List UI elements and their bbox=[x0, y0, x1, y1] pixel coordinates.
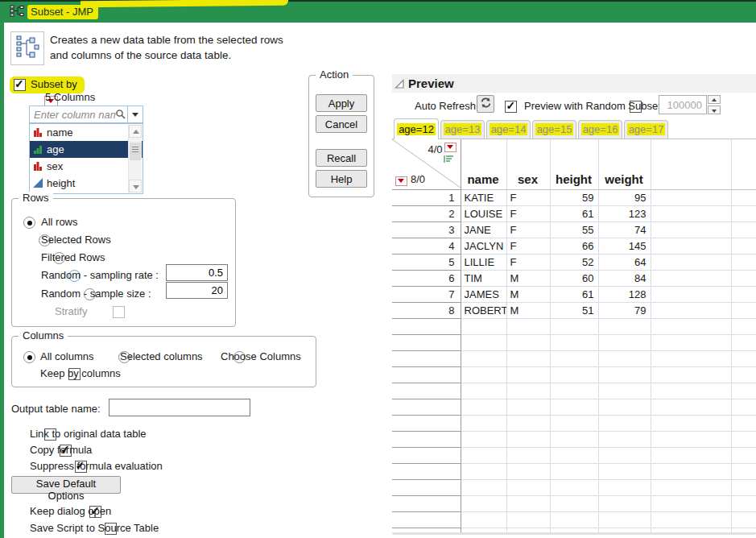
cell-name: JAMES bbox=[461, 287, 506, 303]
cell-height: 51 bbox=[550, 303, 598, 319]
preview-title: Preview bbox=[408, 77, 454, 90]
subset-by-checkbox[interactable] bbox=[14, 79, 26, 91]
table-row-empty bbox=[392, 367, 756, 383]
all-rows-radio[interactable] bbox=[23, 217, 35, 229]
column-item-sex[interactable]: sex bbox=[30, 158, 143, 175]
spinner-up-button[interactable] bbox=[708, 95, 721, 104]
apply-button[interactable]: Apply bbox=[316, 94, 367, 112]
tab-label: age=13 bbox=[444, 123, 482, 135]
stratify-checkbox[interactable] bbox=[113, 306, 125, 318]
refresh-icon bbox=[480, 97, 492, 109]
title-bar[interactable]: Subset - JMP bbox=[0, 0, 756, 23]
ordinal-column-icon bbox=[33, 144, 43, 154]
table-row-empty bbox=[392, 528, 756, 533]
column-header-name[interactable]: name bbox=[461, 139, 506, 190]
table-row-empty bbox=[392, 464, 756, 480]
search-dropdown-button[interactable] bbox=[127, 106, 143, 122]
cancel-button[interactable]: Cancel bbox=[316, 115, 367, 133]
tab-age-13[interactable]: age=13 bbox=[440, 120, 485, 139]
sample-size-input[interactable] bbox=[166, 282, 228, 299]
tab-age-17[interactable]: age=17 bbox=[624, 120, 668, 139]
table-row: 5LILLIEF5264 bbox=[392, 255, 756, 271]
refresh-button[interactable] bbox=[477, 95, 494, 113]
table-row-empty bbox=[392, 496, 756, 512]
row-number[interactable]: 2 bbox=[392, 206, 461, 222]
auto-refresh-checkbox[interactable] bbox=[505, 101, 517, 113]
stratify-label: Stratify bbox=[55, 305, 87, 317]
column-list-scrollbar[interactable] bbox=[128, 125, 142, 192]
column-item-label: name bbox=[47, 126, 73, 139]
table-corner-cell: 4/0 8/0 bbox=[392, 139, 461, 190]
link-to-original-label: Link to original data table bbox=[30, 428, 147, 440]
column-header-empty bbox=[651, 139, 731, 190]
cell-height: 61 bbox=[550, 287, 598, 303]
table-row: 2LOUISEF61123 bbox=[392, 206, 756, 222]
cell-name: JACLYN bbox=[461, 238, 506, 255]
help-button[interactable]: Help bbox=[316, 170, 367, 188]
disclosure-triangle-icon[interactable] bbox=[395, 79, 405, 89]
table-row-empty bbox=[392, 448, 756, 464]
description-line2: and columns of the source data table. bbox=[50, 49, 231, 61]
yellow-marker-annotation bbox=[81, 0, 288, 7]
column-item-height[interactable]: height bbox=[30, 175, 143, 192]
table-row-empty bbox=[392, 383, 756, 399]
window-left-border bbox=[0, 23, 4, 538]
column-header-sex[interactable]: sex bbox=[506, 139, 550, 190]
tab-age-15[interactable]: age=15 bbox=[532, 120, 576, 139]
column-item-name[interactable]: name bbox=[30, 124, 143, 141]
scroll-up-button[interactable] bbox=[129, 125, 142, 138]
columns-red-triangle-icon[interactable] bbox=[444, 143, 456, 152]
all-columns-label: All columns bbox=[40, 350, 93, 362]
column-header-empty bbox=[731, 139, 756, 190]
row-number[interactable]: 3 bbox=[392, 222, 461, 238]
sampling-rate-input[interactable] bbox=[166, 264, 228, 281]
row-number[interactable]: 8 bbox=[392, 303, 461, 319]
output-table-name-input[interactable] bbox=[109, 399, 250, 416]
table-row: 3JANEF5574 bbox=[392, 222, 756, 238]
columns-list-icon[interactable] bbox=[444, 155, 454, 163]
column-item-age[interactable]: age bbox=[30, 141, 143, 158]
cell-name: JANE bbox=[461, 222, 506, 238]
scroll-down-button[interactable] bbox=[129, 180, 142, 192]
tab-age-12[interactable]: age=12 bbox=[394, 118, 439, 139]
column-search-input[interactable] bbox=[31, 107, 116, 122]
table-row: 1KATIEF5995 bbox=[392, 190, 756, 206]
row-number[interactable]: 1 bbox=[392, 190, 461, 206]
column-header-weight[interactable]: weight bbox=[598, 139, 651, 190]
row-number[interactable]: 7 bbox=[392, 287, 461, 303]
selected-columns-label: Selected columns bbox=[120, 350, 203, 362]
search-icon bbox=[115, 109, 126, 120]
random-subset-size-input[interactable] bbox=[659, 95, 707, 114]
cell-height: 52 bbox=[550, 255, 598, 271]
all-columns-radio[interactable] bbox=[23, 351, 35, 363]
cell-name: TIM bbox=[461, 271, 506, 287]
tab-age-16[interactable]: age=16 bbox=[578, 120, 622, 139]
subset-by-columns-count: 5 Columns bbox=[45, 91, 95, 103]
tab-age-14[interactable]: age=14 bbox=[486, 120, 531, 139]
suppress-formula-label: Suppress formula evaluation bbox=[30, 460, 163, 472]
random-sampling-rate-label: Random - sampling rate : bbox=[41, 269, 159, 281]
row-number[interactable]: 4 bbox=[392, 238, 461, 255]
subset-icon bbox=[11, 32, 42, 63]
row-number[interactable]: 6 bbox=[392, 271, 461, 287]
preview-table: 4/0 8/0 name sex height weight 1KATIEF59… bbox=[392, 139, 756, 532]
cell-height: 66 bbox=[550, 238, 598, 255]
rows-red-triangle-icon[interactable] bbox=[395, 176, 407, 186]
column-header-height[interactable]: height bbox=[550, 139, 598, 190]
cell-name: LILLIE bbox=[461, 255, 506, 271]
cell-name: ROBERT bbox=[461, 303, 506, 319]
table-row-empty bbox=[392, 335, 756, 351]
copy-formula-label: Copy formula bbox=[30, 444, 92, 456]
cell-weight: 95 bbox=[598, 190, 651, 206]
save-default-options-button[interactable]: Save Default Options bbox=[11, 476, 121, 494]
spinner-down-button[interactable] bbox=[708, 106, 721, 114]
row-number[interactable]: 5 bbox=[392, 255, 461, 271]
random-subset-label: Preview with Random Subset bbox=[524, 100, 661, 112]
cell-weight: 79 bbox=[598, 303, 651, 319]
action-groupbox: Action Apply Cancel Recall Help bbox=[308, 75, 374, 197]
columns-groupbox-legend: Columns bbox=[19, 329, 68, 341]
column-item-label: sex bbox=[47, 160, 63, 172]
rows-groupbox: Rows All rows Selected Rows Filtered Row… bbox=[11, 198, 236, 327]
scrollbar-thumb[interactable] bbox=[130, 143, 141, 160]
recall-button[interactable]: Recall bbox=[316, 149, 367, 167]
